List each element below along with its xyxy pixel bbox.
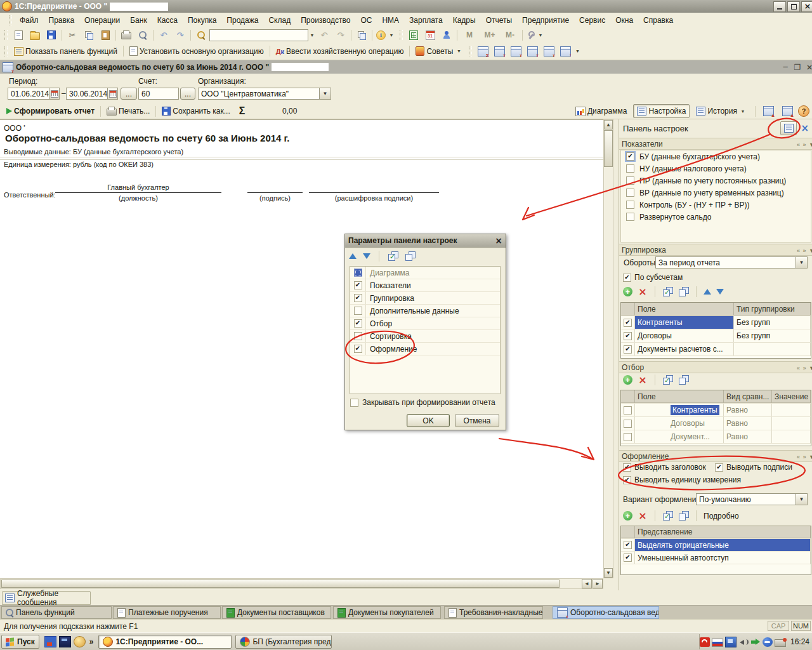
row-checkbox[interactable] bbox=[354, 345, 362, 353]
diagram-button[interactable]: Диаграмма bbox=[572, 104, 631, 118]
period-from-calendar-button[interactable] bbox=[49, 88, 59, 99]
row-checkbox-cell[interactable] bbox=[621, 539, 635, 551]
by-subaccounts-checkbox[interactable] bbox=[623, 274, 631, 282]
history-button[interactable]: История bbox=[692, 104, 750, 118]
turnovers-dropdown-button[interactable] bbox=[796, 257, 807, 268]
indicator-checkbox[interactable] bbox=[626, 176, 634, 185]
type-cell[interactable] bbox=[734, 343, 811, 355]
quicklaunch-badge-icon[interactable] bbox=[74, 636, 86, 647]
filter-row[interactable]: Документ... Равно bbox=[621, 430, 811, 444]
copy-button[interactable] bbox=[81, 28, 97, 42]
delete-icon[interactable] bbox=[638, 511, 648, 521]
column-field[interactable]: Поле bbox=[635, 390, 724, 403]
report-person-button[interactable] bbox=[524, 44, 540, 58]
indicator-checkbox[interactable] bbox=[626, 201, 634, 209]
tab-payment-orders[interactable]: Платежные поручения bbox=[113, 606, 221, 619]
tray-network-icon[interactable] bbox=[725, 637, 737, 647]
service-messages-tab[interactable]: Служебные сообщения bbox=[2, 591, 91, 605]
show-header-row[interactable]: Выводить заголовок bbox=[623, 463, 706, 472]
row-checkbox-cell[interactable] bbox=[621, 316, 635, 329]
ok-button[interactable]: OK bbox=[407, 414, 450, 427]
uncheck-all-icon[interactable] bbox=[405, 251, 416, 261]
row-checkbox-cell[interactable] bbox=[621, 552, 635, 564]
show-signatures-row[interactable]: Выводить подписи bbox=[715, 463, 792, 472]
vertical-scroll-thumb[interactable] bbox=[604, 130, 613, 167]
undo-button[interactable]: ↶ bbox=[155, 28, 172, 42]
variant-dropdown-button[interactable] bbox=[796, 494, 807, 505]
tab-supplier-documents[interactable]: Документы поставщиков bbox=[222, 606, 331, 619]
delete-icon[interactable] bbox=[638, 287, 648, 296]
row-checkbox[interactable] bbox=[624, 554, 632, 562]
indicator-row[interactable]: БУ (данные бухгалтерского учета) bbox=[621, 150, 811, 162]
settings-button[interactable]: Настройка bbox=[633, 104, 690, 118]
horizontal-scrollbar[interactable]: ◄ ► bbox=[0, 578, 603, 589]
save-button[interactable] bbox=[43, 28, 60, 42]
panel-close-icon[interactable]: × bbox=[801, 124, 809, 133]
period-to-calendar-button[interactable] bbox=[107, 88, 117, 99]
indicator-row[interactable]: ПР (данные по учету постоянных разниц) bbox=[621, 175, 811, 187]
horizontal-scroll-thumb[interactable] bbox=[1, 580, 560, 588]
indicator-row[interactable]: Развернутое сальдо bbox=[621, 211, 811, 223]
generate-report-button[interactable]: Сформировать отчет bbox=[3, 104, 98, 118]
period-ellipsis-button[interactable]: ... bbox=[121, 88, 137, 100]
value-cell[interactable] bbox=[772, 404, 811, 416]
uncheck-all-icon[interactable] bbox=[678, 287, 689, 296]
scroll-right-button[interactable]: ► bbox=[593, 579, 603, 588]
set-main-org-button[interactable]: Установить основную организацию bbox=[126, 44, 268, 58]
save-as-button[interactable]: Сохранить как... bbox=[158, 104, 233, 118]
show-unit-checkbox[interactable] bbox=[623, 476, 631, 484]
start-button[interactable]: Пуск bbox=[1, 635, 39, 649]
tray-printer-icon[interactable] bbox=[775, 639, 786, 647]
new-document-button[interactable] bbox=[10, 28, 27, 42]
tray-antivirus-icon[interactable] bbox=[700, 637, 710, 647]
field-cell[interactable]: Документ... bbox=[635, 430, 724, 443]
row-checkbox[interactable] bbox=[624, 541, 632, 549]
move-up-icon[interactable] bbox=[349, 253, 357, 259]
delete-icon[interactable] bbox=[638, 375, 648, 385]
back-button[interactable]: ↶ bbox=[316, 28, 332, 42]
menu-salary[interactable]: Зарплата bbox=[404, 14, 448, 27]
compare-cell[interactable]: Равно bbox=[724, 404, 772, 416]
menu-sales[interactable]: Продажа bbox=[221, 14, 263, 27]
organization-combo[interactable]: ООО "Центравтоматика" bbox=[198, 88, 331, 100]
dialog-row[interactable]: Дополнительные данные bbox=[350, 305, 500, 317]
dialog-close-icon[interactable]: × bbox=[495, 236, 502, 245]
period-to-field[interactable]: 30.06.2014 bbox=[66, 88, 118, 100]
scroll-down-button[interactable]: ▼ bbox=[604, 568, 613, 578]
restore-button[interactable] bbox=[787, 1, 800, 12]
panel-parameters-button[interactable] bbox=[780, 121, 797, 135]
add-icon[interactable] bbox=[623, 511, 632, 521]
add-icon[interactable] bbox=[623, 375, 632, 385]
calculator-button[interactable] bbox=[405, 28, 422, 42]
memory-plus-button[interactable]: M+ bbox=[480, 28, 500, 42]
tab-function-panel[interactable]: Панель функций bbox=[1, 606, 112, 619]
report-export-button[interactable] bbox=[557, 44, 573, 58]
compare-cell[interactable]: Равно bbox=[724, 417, 772, 430]
dialog-row[interactable]: Диаграмма bbox=[350, 267, 500, 279]
menu-enterprise[interactable]: Предприятие bbox=[517, 14, 574, 27]
row-checkbox-cell[interactable] bbox=[350, 317, 366, 329]
row-checkbox-cell[interactable] bbox=[350, 343, 366, 355]
uncheck-all-icon[interactable] bbox=[678, 375, 689, 385]
report-sum-table-button[interactable] bbox=[475, 44, 491, 58]
save-settings-button[interactable] bbox=[779, 104, 796, 118]
tray-language-flag-icon[interactable] bbox=[712, 639, 723, 647]
indicator-checkbox[interactable] bbox=[626, 164, 634, 173]
section-grouping-header[interactable]: Группировка bbox=[619, 244, 812, 256]
menu-windows[interactable]: Окна bbox=[610, 14, 638, 27]
search-dropdown[interactable] bbox=[308, 33, 316, 37]
add-icon[interactable] bbox=[623, 287, 632, 296]
memory-button[interactable]: M bbox=[459, 28, 480, 42]
show-header-checkbox[interactable] bbox=[623, 463, 631, 472]
check-all-icon[interactable] bbox=[662, 375, 673, 385]
row-checkbox-cell[interactable] bbox=[350, 330, 366, 342]
enter-business-operation-button[interactable]: Ввести хозяйственную операцию bbox=[272, 44, 408, 58]
value-cell[interactable] bbox=[772, 430, 811, 443]
menu-file[interactable]: Файл bbox=[15, 14, 44, 27]
dialog-row[interactable]: Оформление bbox=[350, 343, 500, 355]
print-report-button[interactable]: Печать... bbox=[103, 104, 154, 118]
tables-dropdown[interactable] bbox=[573, 49, 581, 53]
row-checkbox[interactable] bbox=[354, 307, 362, 315]
row-checkbox[interactable] bbox=[354, 281, 362, 289]
paste-button[interactable] bbox=[97, 28, 114, 42]
